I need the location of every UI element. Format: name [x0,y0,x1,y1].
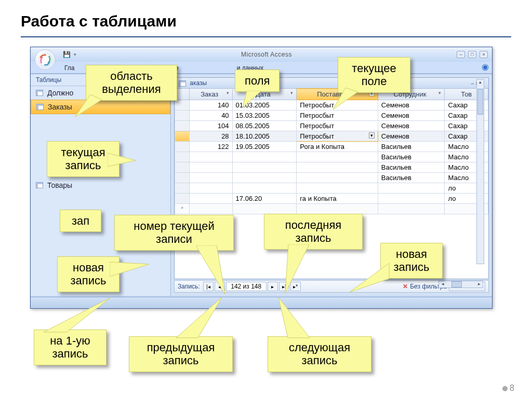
bullet-icon [502,386,508,391]
table-row[interactable]: 2818.10.2005Петросбыт▾СеменовСахар [175,131,488,142]
svg-marker-11 [278,297,310,338]
callout-current-field: текущее поле [338,57,410,93]
svg-marker-3 [333,88,358,109]
nav-header-label: Таблицы [36,76,61,84]
callout-fields: поля [235,70,280,92]
nav-item-goods[interactable]: Товары [31,179,170,192]
svg-marker-10 [176,297,222,338]
callout-next-record: следующая запись [268,336,371,372]
table-icon [36,90,43,96]
table-row[interactable]: 10408.05.2005ПетросбытСеменовСахар [175,121,488,131]
nav-item-label: Заказы [48,103,72,111]
callout-new-record-right: новая запись [380,243,443,279]
table-row[interactable]: ВасильевМасло [175,152,488,162]
svg-marker-4 [108,153,136,167]
office-logo-icon [38,52,52,67]
table-row[interactable]: 17.06.20га и Копытало [175,194,488,204]
callout-new-record-left: новая запись [57,256,119,292]
slide-title: Работа с таблицами [21,12,511,30]
callout-current-number: номер текущей записи [114,215,234,251]
close-button[interactable]: × [480,51,488,58]
table-row[interactable]: ВасильевМасло [175,162,488,173]
callout-selection-area: область выделения [86,65,177,101]
table-row[interactable]: ло [175,183,488,194]
minimize-button[interactable]: – [457,51,465,58]
callout-record-partial: зап [60,210,101,232]
divider [21,36,511,37]
maximize-button[interactable]: □ [468,51,476,58]
table-row[interactable]: ВасильевМасло [175,173,488,183]
vertical-scrollbar[interactable]: ▴ [476,79,484,264]
pointer-icon [196,245,227,295]
table-row[interactable]: 12219.05.2005Рога и КопытаВасильевМасло [175,142,488,152]
table-icon [179,80,186,87]
scroll-right-icon[interactable]: ▸ [475,281,483,287]
office-button[interactable] [35,49,56,70]
page-number: 8 [502,383,514,393]
svg-marker-7 [350,263,389,292]
pointer-icon [176,296,223,339]
callout-prev-record: предыдущая запись [129,336,233,372]
pointer-icon [278,296,315,339]
sub-minimize-button[interactable]: – [471,80,474,86]
svg-marker-9 [44,298,110,332]
col-order[interactable]: Заказ▾ [190,89,233,100]
table-icon [36,182,43,188]
scroll-left-icon[interactable]: ◂ [439,281,446,287]
nav-item-label: Товары [47,181,72,189]
table-icon [36,104,44,110]
horizontal-scrollbar[interactable]: ◂ ▸ [438,281,483,288]
pointer-icon [108,151,137,170]
help-icon[interactable]: ◉ [476,60,492,73]
svg-marker-8 [110,262,149,277]
pointer-icon [350,262,390,293]
table-row[interactable]: 14001.03.2005ПетросбытСеменовСахар [175,100,488,111]
pointer-icon [44,297,111,333]
new-record-row[interactable]: * [175,204,488,214]
callout-first-record: на 1-ую запись [34,330,107,365]
callout-current-record: текущая запись [47,141,119,177]
ribbon-tab-home[interactable]: Гла [59,63,80,73]
nav-item-label: Должно [47,89,73,97]
pointer-icon [333,88,359,111]
titlebar: 💾 ▾ Microsoft Access – □ × [31,47,492,62]
callout-last-record: последняя запись [264,214,363,250]
subwindow-title: аказы [190,79,207,87]
filter-off-icon[interactable]: ✕ [403,283,408,290]
qat-save-icon[interactable]: 💾 [63,51,71,58]
scroll-thumb[interactable] [451,281,462,287]
scroll-thumb[interactable] [477,89,483,115]
record-position-input[interactable] [226,282,267,291]
svg-marker-6 [285,244,309,293]
svg-marker-5 [196,245,225,294]
svg-marker-1 [75,94,102,117]
next-record-button[interactable]: ▸ [268,282,278,291]
pointer-icon [243,91,263,108]
scroll-up-icon[interactable]: ▴ [477,79,484,87]
table-row[interactable]: 4015.03.2005ПетросбытСеменовСахар [175,111,488,121]
column-headers[interactable]: Заказ▾ Дата▾ Поставщик▾ Сотрудник▾ Тов [175,89,488,100]
pointer-icon [283,244,313,294]
svg-marker-2 [243,91,261,107]
pointer-icon [75,94,103,118]
pointer-icon [110,261,150,281]
